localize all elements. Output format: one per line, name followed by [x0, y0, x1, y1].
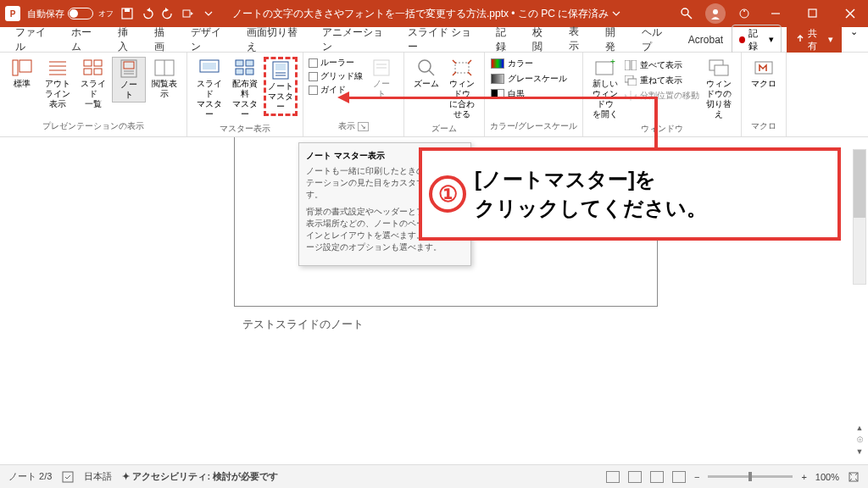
reading-view-button[interactable]: 閲覧表示: [147, 57, 181, 101]
annotation-line: [654, 97, 658, 147]
save-icon[interactable]: [120, 7, 134, 20]
svg-rect-23: [124, 62, 134, 69]
coming-soon-icon[interactable]: [737, 7, 751, 20]
zoom-slider[interactable]: [708, 475, 793, 478]
group-label-window: ウィンドウ: [588, 121, 736, 136]
svg-rect-46: [625, 60, 630, 70]
zoom-out-button[interactable]: −: [694, 472, 699, 482]
group-label-zoom: ズーム: [409, 121, 479, 136]
switch-windows-button[interactable]: ウィンドウの切り替え: [702, 57, 736, 121]
svg-rect-47: [632, 60, 637, 70]
svg-rect-2: [183, 10, 190, 17]
svg-rect-52: [715, 65, 728, 75]
slide-nav-buttons[interactable]: ▲⦾▼: [853, 424, 866, 459]
svg-text:+: +: [610, 59, 615, 66]
new-window-button[interactable]: +新しいウィンドウを開く: [588, 57, 622, 121]
group-label-color: カラー/グレースケール: [490, 119, 577, 134]
svg-rect-33: [246, 69, 253, 75]
zoom-in-button[interactable]: +: [801, 472, 806, 482]
autosave-toggle[interactable]: 自動保存 オフ: [27, 8, 114, 20]
app-icon: P: [5, 6, 20, 21]
document-title: ノートの文字の大きさやフォントを一括で変更する方法.pptx • この PC に…: [232, 7, 620, 21]
svg-rect-20: [84, 69, 92, 75]
status-bar: ノート 2/3 日本語 ✦ アクセシビリティ: 検討が必要です − + 100%: [0, 464, 868, 488]
record-button[interactable]: 記録▾: [732, 25, 782, 55]
handout-master-button[interactable]: 配布資料マスター: [228, 57, 262, 121]
reading-view-icon[interactable]: [650, 471, 664, 483]
instruction-text: [ノートマスター]をクリックしてください。: [475, 165, 707, 222]
fit-to-window-icon[interactable]: [848, 471, 860, 483]
zoom-button[interactable]: ズーム: [409, 57, 443, 91]
group-label-presentation-views: プレゼンテーションの表示: [5, 119, 181, 134]
gridlines-checkbox[interactable]: グリッド線: [309, 70, 363, 82]
maximize-button[interactable]: [800, 5, 826, 22]
slideshow-view-icon[interactable]: [672, 471, 686, 483]
zoom-level[interactable]: 100%: [815, 472, 839, 482]
annotation-line: [342, 97, 658, 99]
ruler-checkbox[interactable]: ルーラー: [309, 57, 363, 69]
svg-rect-9: [809, 9, 816, 17]
svg-rect-18: [84, 60, 92, 66]
redo-icon[interactable]: [161, 7, 175, 20]
arrange-all-button[interactable]: 並べて表示: [624, 58, 700, 72]
move-split-button[interactable]: 分割位置の移動: [624, 89, 700, 103]
collapse-ribbon-icon[interactable]: ⌄: [847, 25, 861, 55]
page-indicator[interactable]: ノート 2/3: [8, 470, 52, 483]
language-indicator[interactable]: 日本語: [84, 470, 112, 483]
normal-view-button[interactable]: 標準: [5, 57, 39, 91]
vertical-scrollbar[interactable]: [853, 149, 866, 285]
search-icon[interactable]: [680, 7, 693, 20]
notes-master-button[interactable]: ノートマスター: [264, 57, 298, 116]
group-label-macro: マクロ: [747, 119, 781, 134]
undo-icon[interactable]: [141, 7, 154, 20]
svg-rect-35: [275, 64, 286, 70]
slide-master-button[interactable]: スライドマスター: [192, 57, 226, 121]
group-label-show: 表示 ↘: [309, 119, 398, 134]
svg-rect-31: [246, 60, 253, 66]
svg-rect-32: [236, 69, 243, 75]
share-button[interactable]: 共有▾: [787, 25, 842, 55]
grayscale-view-button[interactable]: グレースケール: [490, 72, 568, 86]
step-number: ①: [429, 175, 466, 213]
minimize-button[interactable]: [763, 5, 788, 22]
svg-rect-12: [13, 60, 18, 75]
close-button[interactable]: [837, 5, 863, 22]
tab-acrobat[interactable]: Acrobat: [682, 30, 730, 49]
svg-point-41: [419, 60, 431, 72]
cascade-button[interactable]: 重ねて表示: [624, 74, 700, 87]
color-view-button[interactable]: カラー: [490, 57, 568, 70]
svg-rect-43: [455, 63, 469, 73]
account-icon[interactable]: [705, 3, 726, 24]
svg-rect-29: [203, 63, 216, 69]
from-beginning-icon[interactable]: [181, 7, 195, 20]
normal-view-icon[interactable]: [606, 471, 620, 483]
notes-toggle-button[interactable]: ノート: [364, 57, 398, 101]
group-label-master-views: マスター表示: [192, 121, 298, 136]
svg-point-3: [682, 8, 688, 15]
sorter-view-icon[interactable]: [628, 471, 642, 483]
svg-rect-30: [236, 60, 243, 66]
note-text-preview: テストスライドのノート: [242, 317, 364, 332]
notes-page-button[interactable]: ノート: [112, 57, 146, 103]
svg-rect-13: [19, 60, 31, 72]
qat-more-icon[interactable]: [202, 7, 215, 20]
accessibility-indicator[interactable]: ✦ アクセシビリティ: 検討が必要です: [122, 470, 278, 483]
svg-rect-1: [125, 8, 130, 12]
spellcheck-icon[interactable]: [62, 471, 74, 483]
fit-window-button[interactable]: ウィンドウに合わせる: [445, 57, 479, 121]
arrow-head-icon: [336, 90, 351, 105]
svg-line-4: [687, 14, 692, 19]
ribbon: 標準 アウトライン表示 スライド一覧 ノート 閲覧表示 プレゼンテーションの表示…: [0, 53, 868, 137]
macros-button[interactable]: マクロ: [747, 57, 781, 91]
slide-sorter-button[interactable]: スライド一覧: [76, 57, 110, 111]
svg-rect-21: [94, 69, 102, 75]
svg-point-7: [743, 10, 745, 12]
svg-point-5: [713, 9, 718, 14]
svg-rect-49: [628, 79, 637, 86]
svg-rect-19: [94, 60, 102, 66]
svg-rect-54: [63, 472, 73, 482]
ribbon-tabs: ファイル ホーム 挿入 描画 デザイン 画面切り替え アニメーション スライド …: [0, 27, 868, 53]
outline-view-button[interactable]: アウトライン表示: [41, 57, 75, 111]
instruction-callout: ① [ノートマスター]をクリックしてください。: [419, 147, 841, 241]
chevron-down-icon[interactable]: [612, 9, 620, 18]
